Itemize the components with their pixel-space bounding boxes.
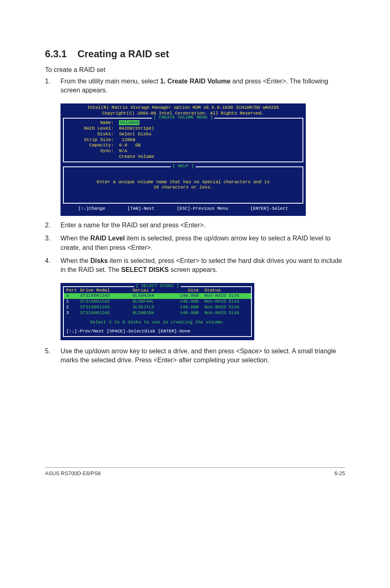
disk-row-3[interactable]: 3 ST3160812AS 9LS0BJ5H 149.0GB Non-RAID … [64,310,251,316]
field-name: Name: Volume0 [66,120,300,126]
section-heading: 6.3.1Creating a RAID set [45,48,345,60]
page-footer: ASUS RS700D-E6/PS8 6-25 [45,467,345,476]
field-raid-level[interactable]: RAID Level: RAID0(Stripe) [66,126,300,132]
step-text: Enter a name for the RAID set and press … [61,221,345,230]
select-disks-key-legend: [↑↓]-Prev/Next [SPACE]-SelectDisk [ENTER… [64,328,251,334]
key-select: [ENTER]-Select [250,206,288,212]
panel-title: [ SELECT DISKS ] [134,283,181,289]
step-4: 4. When the Disks item is selected, pres… [45,256,345,275]
select-disks-panel: [ SELECT DISKS ] Port Drive Model Serial… [63,286,252,337]
step-number: 2. [45,221,61,230]
disk-row-0[interactable]: 0 ST3160812AS 9LS0HJA4 149.0GB Non-RAID … [64,293,251,299]
step-5: 5. Use the up/down arrow key to select a… [45,347,345,365]
volume-name-input[interactable]: Volume0 [119,120,139,125]
intro-text: To create a RAID set [45,66,345,74]
step-number: 4. [45,256,61,265]
step-number: 3. [45,234,61,243]
step-3: 3. When the RAID Level item is selected,… [45,234,345,252]
step-text: When the Disks item is selected, press <… [61,256,345,275]
footer-product: ASUS RS700D-E6/PS8 [45,470,101,476]
step-2: 2. Enter a name for the RAID set and pre… [45,221,345,230]
help-text: 16 characters or less. [66,185,300,191]
create-volume-action[interactable]: Create Volume [66,154,300,160]
help-text: Enter a unique volume name that has no s… [66,180,300,185]
bios-select-disks-screen: [ SELECT DISKS ] Port Drive Model Serial… [61,283,254,340]
step-number: 1. [45,77,61,86]
field-disks[interactable]: Disks: Select Disks [66,132,300,137]
key-legend: [↑↓]Change [TAB]-Next [ESC]-Previous Men… [63,204,303,213]
section-number: 6.3.1 [45,48,67,60]
disk-row-1[interactable]: 1 ST3160812AS 9LS0F4HL 149.0GB Non-RAID … [64,299,251,305]
field-capacity[interactable]: Capacity: 0.0 GB [66,143,300,148]
step-1: 1. From the utility main menu, select 1.… [45,77,345,95]
key-prev: [ESC]-Previous Menu [177,206,228,212]
help-panel: [ HELP ] Enter a unique volume name that… [63,166,303,204]
bios-header-line: Intel(R) Matrix Storage Manager option R… [63,105,303,111]
select-disks-hint: Select 2 to 6 disks to use in creating t… [64,316,251,328]
panel-title: [ HELP ] [171,164,196,169]
key-change: [↑↓]Change [78,206,105,212]
field-sync: Sync: N/A [66,148,300,154]
field-strip-size[interactable]: Strip Size: 128KB [66,137,300,143]
create-volume-panel: [ CREATE VOLUME MENU ] Name: Volume0 RAI… [63,118,303,162]
step-text: Use the up/down arrow key to select a dr… [61,347,345,365]
step-number: 5. [45,347,61,356]
bios-create-volume-screen: Intel(R) Matrix Storage Manager option R… [61,103,306,216]
step-text: From the utility main menu, select 1. Cr… [61,77,345,95]
disk-row-2[interactable]: 2 ST3160812AS 3LS0JYL8 149.0GB Non-RAID … [64,305,251,310]
footer-page-number: 6-25 [334,470,345,476]
section-title-text: Creating a RAID set [77,48,169,59]
step-text: When the RAID Level item is selected, pr… [61,234,345,252]
key-next: [TAB]-Next [128,206,155,212]
panel-title: [ CREATE VOLUME MENU ] [152,115,214,121]
